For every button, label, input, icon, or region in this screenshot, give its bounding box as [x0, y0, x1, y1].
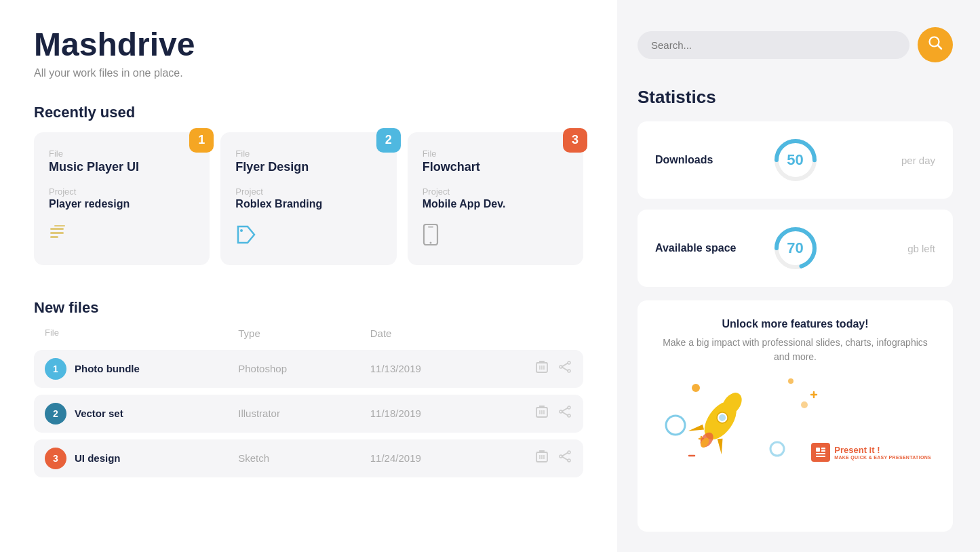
table-header: File Type Date [34, 328, 583, 344]
card-2-file-label: File [235, 149, 381, 159]
search-input[interactable] [651, 39, 896, 51]
file-name-3: UI design [75, 452, 121, 464]
statistics-title: Statistics [638, 87, 953, 108]
app-title: Mashdrive [34, 27, 583, 63]
card-3-icon [423, 229, 439, 250]
svg-point-15 [560, 410, 562, 413]
card-2-icon [235, 229, 257, 250]
app-subtitle: All your work files in one place. [34, 67, 583, 79]
card-1-file-label: File [49, 149, 195, 159]
recent-card-1[interactable]: 1 File Music Player UI Project Player re… [34, 132, 210, 265]
downloads-label: Downloads [655, 154, 758, 166]
search-input-wrapper[interactable] [638, 31, 909, 59]
share-icon-1[interactable] [559, 360, 572, 377]
new-files-title: New files [34, 299, 583, 317]
present-it-branding: Present it ! MAKE QUICK & EASY PRESENTAT… [811, 443, 931, 462]
file-row-3: 3 UI design [45, 448, 238, 469]
downloads-stat-card: Downloads 50 per day [638, 121, 953, 199]
svg-rect-0 [50, 228, 64, 230]
file-actions-3 [502, 450, 572, 467]
card-2-project-label: Project [235, 186, 381, 197]
search-icon [928, 35, 943, 54]
svg-point-28 [666, 416, 685, 435]
left-panel: Mashdrive All your work files in one pla… [0, 0, 617, 552]
card-2-project-name: Roblex Branding [235, 198, 381, 210]
svg-rect-6 [428, 226, 433, 228]
col-header-date: Date [370, 328, 503, 339]
share-icon-2[interactable] [559, 405, 572, 422]
delete-icon-1[interactable] [536, 360, 548, 377]
file-date-3: 11/24/2019 [370, 452, 503, 464]
row-badge-1: 1 [45, 358, 66, 380]
recently-used-grid: 1 File Music Player UI Project Player re… [34, 132, 583, 265]
unlock-description: Make a big impact with professional slid… [655, 336, 935, 364]
svg-point-25 [692, 384, 700, 392]
downloads-unit: per day [833, 155, 936, 166]
recently-used-title: Recently used [34, 104, 583, 121]
recent-card-3[interactable]: 3 File Flowchart Project Mobile App Dev. [408, 132, 583, 265]
file-type-3: Sketch [238, 452, 370, 464]
svg-rect-2 [50, 236, 58, 238]
search-bar [638, 27, 953, 62]
card-badge-1: 1 [189, 128, 214, 153]
card-2-file-name: Flyer Design [235, 160, 381, 174]
card-badge-3: 3 [563, 128, 587, 153]
table-row[interactable]: 3 UI design Sketch 11/24/2019 [34, 439, 583, 477]
svg-point-13 [568, 406, 570, 409]
row-badge-2: 2 [45, 403, 66, 425]
svg-point-26 [788, 378, 793, 384]
files-list: 1 Photo bundle Photoshop 11/13/2019 [34, 350, 583, 477]
svg-point-10 [568, 370, 570, 372]
card-3-project-label: Project [423, 186, 568, 197]
space-label: Available space [655, 241, 758, 256]
svg-point-27 [801, 401, 808, 408]
file-date-1: 11/13/2019 [370, 363, 503, 374]
space-circle: 70 [772, 224, 819, 272]
file-actions-2 [502, 405, 572, 422]
present-it-text: Present it ! MAKE QUICK & EASY PRESENTAT… [834, 445, 931, 460]
svg-rect-41 [816, 453, 825, 454]
downloads-value: 50 [787, 151, 803, 169]
present-it-sub: MAKE QUICK & EASY PRESENTATIONS [834, 455, 931, 460]
card-3-project-name: Mobile App Dev. [423, 198, 568, 210]
svg-point-17 [568, 451, 570, 454]
share-icon-3[interactable] [559, 450, 572, 467]
col-header-actions [502, 328, 572, 339]
card-1-project-label: Project [49, 186, 195, 197]
svg-point-29 [770, 442, 784, 456]
space-unit: gb left [833, 243, 936, 254]
recent-card-2[interactable]: 2 File Flyer Design Project Roblex Brand… [220, 132, 396, 265]
rocket-illustration: Present it ! MAKE QUICK & EASY PRESENTAT… [655, 371, 935, 466]
col-header-file: File [45, 328, 238, 339]
file-date-2: 11/18/2019 [370, 408, 503, 419]
file-row-1: 1 Photo bundle [45, 358, 238, 380]
delete-icon-2[interactable] [536, 405, 548, 422]
card-1-icon [49, 229, 71, 250]
svg-point-11 [560, 366, 562, 368]
svg-rect-3 [54, 225, 65, 226]
svg-point-4 [240, 229, 243, 232]
svg-rect-1 [50, 232, 64, 234]
unlock-card: Unlock more features today! Make a big i… [638, 300, 953, 532]
card-3-file-label: File [423, 149, 568, 159]
delete-icon-3[interactable] [536, 450, 548, 467]
row-badge-3: 3 [45, 448, 66, 469]
card-3-file-name: Flowchart [423, 160, 568, 174]
table-row[interactable]: 1 Photo bundle Photoshop 11/13/2019 [34, 350, 583, 388]
svg-rect-42 [816, 456, 825, 457]
file-type-1: Photoshop [238, 363, 370, 374]
table-row[interactable]: 2 Vector set Illustrator 11/18/2019 [34, 395, 583, 433]
card-1-file-name: Music Player UI [49, 160, 195, 174]
space-stat-card: Available space 70 gb left [638, 210, 953, 287]
search-button[interactable] [918, 27, 953, 62]
svg-point-14 [568, 414, 570, 417]
svg-point-9 [568, 361, 570, 364]
present-it-name: Present it ! [834, 445, 931, 455]
downloads-circle: 50 [772, 136, 819, 184]
card-1-project-name: Player redesign [49, 198, 195, 210]
file-name-2: Vector set [75, 408, 123, 419]
file-type-2: Illustrator [238, 408, 370, 419]
space-value: 70 [787, 239, 803, 257]
svg-point-19 [560, 455, 562, 458]
card-badge-2: 2 [376, 128, 401, 153]
